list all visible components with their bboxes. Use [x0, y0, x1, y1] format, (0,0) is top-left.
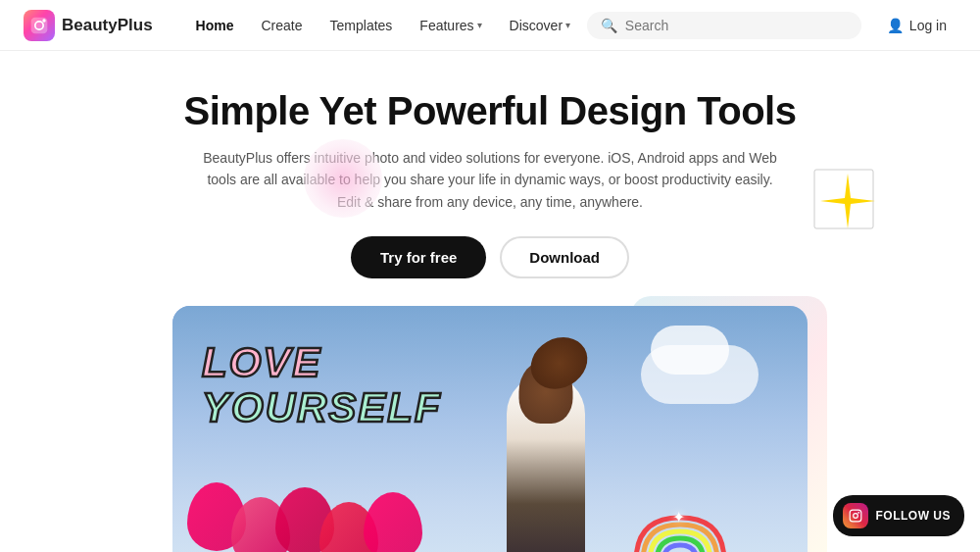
logo-text: BeautyPlus	[62, 16, 153, 35]
svg-point-2	[42, 19, 45, 22]
svg-point-6	[858, 512, 859, 514]
decorative-blob	[304, 139, 382, 218]
search-bar[interactable]: 🔍	[587, 12, 861, 39]
hero-section: Simple Yet Powerful Design Tools BeautyP…	[0, 51, 980, 552]
hero-buttons: Try for free Download	[0, 236, 980, 278]
user-icon: 👤	[887, 18, 904, 33]
hero-title: Simple Yet Powerful Design Tools	[0, 88, 980, 133]
nav-home[interactable]: Home	[184, 12, 246, 39]
navbar: BeautyPlus Home Create Templates Feature…	[0, 0, 980, 51]
love-yourself-text: LOVE YOURSELF	[202, 340, 442, 430]
download-button[interactable]: Download	[500, 236, 629, 278]
features-chevron-icon: ▾	[477, 20, 482, 30]
decorative-star	[813, 169, 882, 237]
nav-features[interactable]: Features ▾	[408, 12, 493, 39]
nav-links: Home Create Templates Features ▾ Discove…	[184, 12, 587, 39]
try-free-button[interactable]: Try for free	[351, 236, 486, 278]
search-icon: 🔍	[601, 18, 617, 33]
balloon-5	[364, 492, 422, 552]
balloons-cluster	[202, 482, 422, 552]
logo-icon	[24, 10, 55, 41]
login-button[interactable]: 👤 Log in	[877, 12, 956, 39]
hero-image: LOVE YOURSELF	[172, 306, 808, 552]
hero-image-wrapper: LOVE YOURSELF	[172, 306, 808, 552]
nav-templates[interactable]: Templates	[318, 12, 405, 39]
nav-right: 👤 Log in	[877, 12, 956, 39]
follow-us-button[interactable]: FOLLOW US	[833, 495, 965, 536]
svg-point-5	[853, 514, 858, 519]
discover-chevron-icon: ▾	[565, 20, 570, 30]
logo[interactable]: BeautyPlus	[24, 10, 153, 41]
nav-discover[interactable]: Discover ▾	[498, 12, 582, 39]
hero-subtitle: BeautyPlus offers intuitive photo and vi…	[201, 147, 779, 213]
svg-rect-4	[850, 510, 861, 522]
search-input[interactable]	[625, 18, 848, 33]
nav-create[interactable]: Create	[250, 12, 315, 39]
rainbow-decoration: ✦	[631, 513, 729, 552]
sparkle-icon: ✦	[672, 508, 685, 527]
instagram-icon	[843, 503, 868, 528]
cloud-2	[651, 326, 729, 375]
